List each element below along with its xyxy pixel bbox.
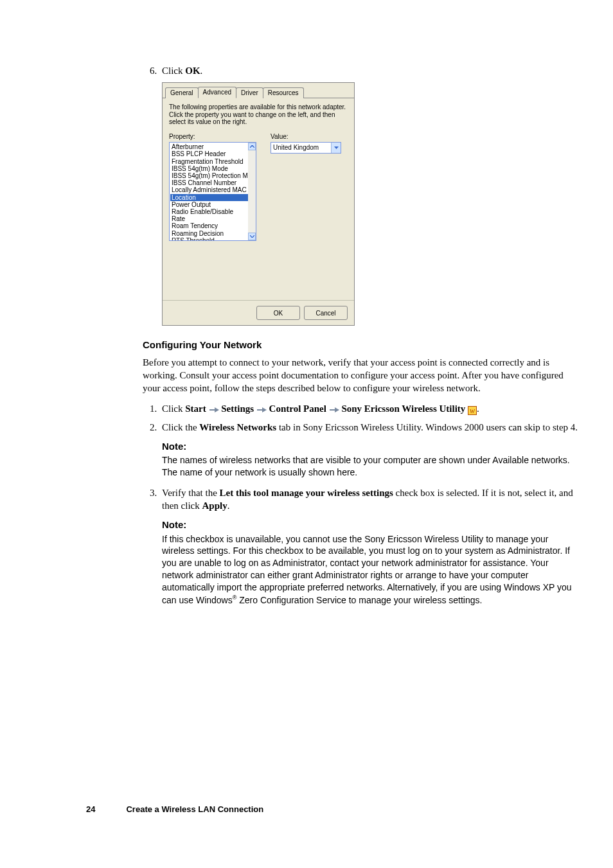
dialog-description: The following properties are available f…: [169, 103, 348, 126]
property-list-item[interactable]: Locally Administered MAC Address: [170, 186, 248, 193]
property-list-item[interactable]: Power Output: [170, 201, 248, 208]
svg-marker-0: [334, 146, 339, 149]
footer-title: Create a Wireless LAN Connection: [126, 804, 263, 815]
property-list-item[interactable]: IBSS Channel Number: [170, 179, 248, 186]
property-list-item[interactable]: Roam Tendency: [170, 222, 248, 229]
wireless-utility-icon: w: [468, 406, 477, 415]
step-6: Click OK.: [159, 64, 580, 77]
step-3: Verify that the Let this tool manage you…: [159, 486, 580, 607]
arrow-right-icon: [256, 407, 267, 413]
page-number: 24: [86, 804, 95, 815]
properties-dialog: General Advanced Driver Resources The fo…: [162, 82, 355, 326]
note-body: The names of wireless networks that are …: [162, 454, 580, 479]
heading-configuring-network: Configuring Your Network: [143, 339, 580, 351]
note-label: Note:: [162, 440, 580, 453]
svg-marker-2: [215, 407, 219, 412]
property-list-item[interactable]: Roaming Decision: [170, 230, 248, 237]
arrow-right-icon: [209, 407, 219, 413]
step-2: Click the Wireless Networks tab in Sony …: [159, 421, 580, 479]
dialog-cancel-button[interactable]: Cancel: [304, 306, 348, 320]
property-list-item[interactable]: Afterburner: [170, 143, 248, 150]
property-list-item[interactable]: Fragmentation Threshold: [170, 158, 248, 165]
property-label: Property:: [169, 132, 259, 141]
property-list-item[interactable]: IBSS 54g(tm) Protection Mode: [170, 172, 248, 179]
page-footer: 24 Create a Wireless LAN Connection: [86, 804, 263, 815]
property-list-item[interactable]: Rate: [170, 215, 248, 222]
tabbar: General Advanced Driver Resources: [163, 83, 354, 98]
property-listbox[interactable]: AfterburnerBSS PLCP HeaderFragmentation …: [169, 142, 256, 241]
tab-advanced[interactable]: Advanced: [198, 87, 236, 99]
svg-marker-6: [335, 407, 339, 412]
property-list-item[interactable]: Radio Enable/Disable: [170, 208, 248, 215]
property-list-item[interactable]: RTS Threshold: [170, 237, 248, 241]
dropdown-chevron-icon[interactable]: [331, 143, 341, 153]
scroll-down-icon[interactable]: [248, 233, 256, 240]
step-1: Click Start Settings Control Panel Sony …: [159, 402, 580, 415]
tab-general[interactable]: General: [165, 87, 199, 99]
property-list-item[interactable]: IBSS 54g(tm) Mode: [170, 165, 248, 172]
arrow-right-icon: [329, 407, 339, 413]
listbox-scrollbar[interactable]: [248, 143, 256, 240]
property-list-item[interactable]: Location: [170, 194, 248, 201]
scroll-up-icon[interactable]: [248, 143, 256, 150]
paragraph-intro: Before you attempt to connect to your ne…: [143, 356, 580, 395]
ok-text: OK: [185, 66, 200, 76]
value-dropdown[interactable]: United Kingdom: [271, 142, 341, 154]
property-list-item[interactable]: BSS PLCP Header: [170, 150, 248, 157]
note-label: Note:: [162, 518, 580, 531]
value-label: Value:: [271, 132, 348, 141]
svg-marker-4: [262, 407, 267, 412]
dialog-ok-button[interactable]: OK: [256, 306, 300, 320]
tab-driver[interactable]: Driver: [236, 87, 263, 99]
note-body: If this checkbox is unavailable, you can…: [162, 533, 580, 607]
tab-resources[interactable]: Resources: [263, 87, 304, 99]
